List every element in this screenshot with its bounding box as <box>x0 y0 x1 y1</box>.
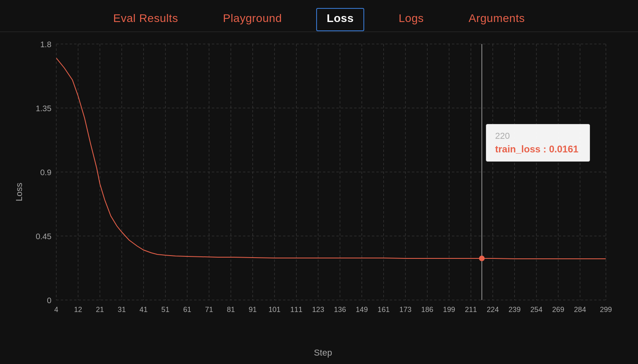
x-axis-label: Step <box>314 348 332 358</box>
svg-text:12: 12 <box>74 306 82 314</box>
svg-text:0.45: 0.45 <box>36 232 51 241</box>
svg-text:81: 81 <box>227 306 235 314</box>
loss-chart: 1.8 1.35 0.9 0.45 0 <box>32 44 614 340</box>
svg-text:284: 284 <box>574 306 586 314</box>
tab-loss[interactable]: Loss <box>316 8 364 31</box>
svg-text:299: 299 <box>600 306 612 314</box>
svg-text:254: 254 <box>530 306 542 314</box>
tooltip-dot <box>479 256 485 261</box>
tab-arguments[interactable]: Arguments <box>458 8 535 31</box>
svg-text:1.35: 1.35 <box>36 104 51 113</box>
svg-text:161: 161 <box>377 306 389 314</box>
svg-text:123: 123 <box>312 306 324 314</box>
svg-text:173: 173 <box>399 306 411 314</box>
chart-area: Loss Step 1.8 1.35 0.9 0.45 0 <box>0 32 638 364</box>
train-loss-line <box>56 58 606 259</box>
svg-text:31: 31 <box>118 306 126 314</box>
svg-text:1.8: 1.8 <box>40 40 51 49</box>
svg-text:111: 111 <box>290 306 302 314</box>
tab-logs[interactable]: Logs <box>388 8 434 31</box>
tab-playground[interactable]: Playground <box>213 8 292 31</box>
tab-eval-results[interactable]: Eval Results <box>103 8 189 31</box>
chart-container: Loss Step 1.8 1.35 0.9 0.45 0 <box>32 44 614 340</box>
svg-text:21: 21 <box>96 306 104 314</box>
svg-text:71: 71 <box>205 306 213 314</box>
svg-text:91: 91 <box>249 306 257 314</box>
svg-text:101: 101 <box>269 306 281 314</box>
svg-text:269: 269 <box>552 306 564 314</box>
svg-text:211: 211 <box>465 306 477 314</box>
tab-bar: Eval Results Playground Loss Logs Argume… <box>0 0 638 32</box>
svg-text:149: 149 <box>356 306 368 314</box>
svg-text:61: 61 <box>183 306 191 314</box>
svg-text:186: 186 <box>421 306 433 314</box>
svg-text:4: 4 <box>54 306 58 314</box>
y-axis-label: Loss <box>14 183 24 201</box>
svg-text:0.9: 0.9 <box>40 168 51 177</box>
svg-text:136: 136 <box>334 306 346 314</box>
svg-text:41: 41 <box>140 306 148 314</box>
svg-text:224: 224 <box>487 306 499 314</box>
svg-text:51: 51 <box>161 306 169 314</box>
svg-text:199: 199 <box>443 306 455 314</box>
svg-text:0: 0 <box>47 296 51 305</box>
svg-text:239: 239 <box>508 306 520 314</box>
